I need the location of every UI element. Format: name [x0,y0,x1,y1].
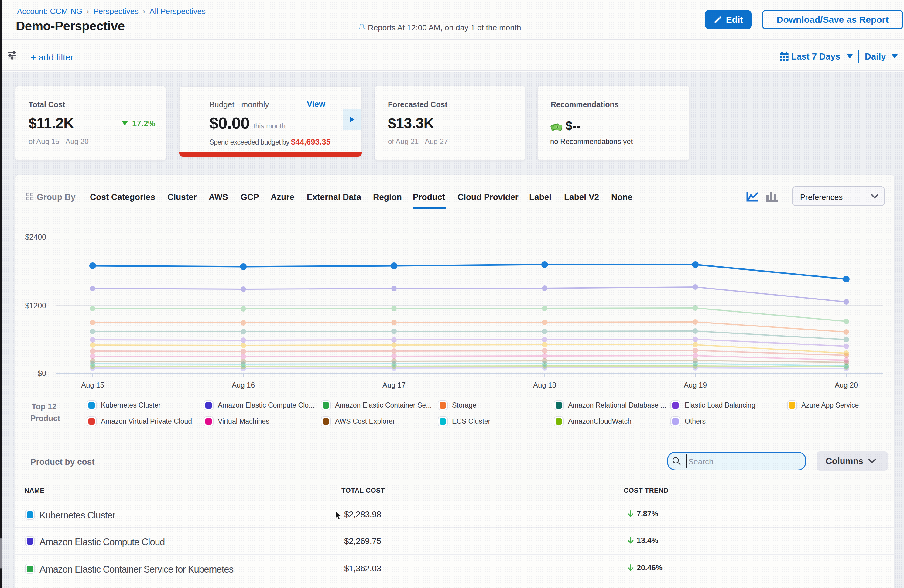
svg-text:$0: $0 [38,369,46,378]
svg-text:Aug 15: Aug 15 [81,381,104,389]
svg-text:Aug 18: Aug 18 [533,381,556,389]
svg-text:Aug 16: Aug 16 [232,381,255,389]
svg-text:$1200: $1200 [25,301,46,310]
svg-text:Aug 20: Aug 20 [835,381,858,389]
svg-text:Aug 17: Aug 17 [382,381,406,389]
svg-text:$2400: $2400 [25,232,46,241]
svg-text:Aug 19: Aug 19 [684,381,707,389]
